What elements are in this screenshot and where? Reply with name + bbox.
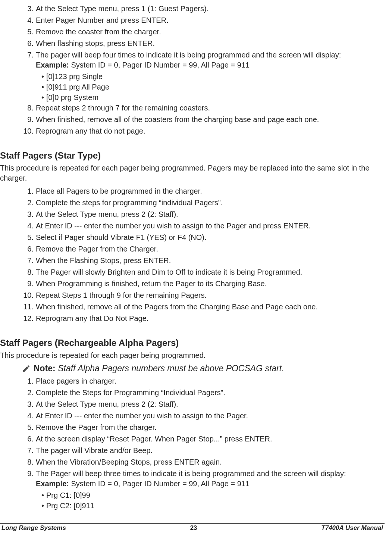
list-item: 3. At the Select Type menu, press 1 (1: … [0, 4, 385, 14]
list-text: Repeat steps 2 through 7 for the remaini… [36, 103, 385, 113]
list-text: When finished, remove all of the Pagers … [36, 302, 385, 312]
list-number: 2. [0, 388, 36, 398]
bullet-item: • [0]911 prg All Page [0, 82, 385, 92]
bullet-marker: • [0, 82, 46, 92]
list-text: When flashing stops, press ENTER. [36, 38, 385, 49]
bullet-text: [0]911 prg All Page [46, 82, 109, 92]
example-text: System ID = 0, Pager ID Number = 99, All… [69, 480, 250, 488]
list-item: 8. Repeat steps 2 through 7 for the rema… [0, 103, 385, 113]
list-number: 4. [0, 15, 36, 25]
step-7-text: The pager will beep four times to indica… [36, 51, 341, 59]
list-number: 9. [0, 115, 36, 125]
list-number: 6. [0, 434, 36, 444]
example-text: System ID = 0, Pager ID Number = 99, All… [69, 61, 250, 69]
footer-page-number: 23 [190, 524, 197, 532]
list-text: At the Select Type menu, press 1 (1: Gue… [36, 4, 385, 14]
bullet-item: • [0]123 prg Single [0, 72, 385, 81]
example-label: Example: [36, 480, 69, 488]
list-number: 4. [0, 411, 36, 421]
list-text: Select if Pager should Vibrate F1 (YES) … [36, 232, 385, 243]
list-number: 4. [0, 221, 36, 231]
list-text: When finished, remove all of the coaster… [36, 115, 385, 125]
list-text: Reprogram any that do not page. [36, 126, 385, 136]
list-number: 9. [0, 279, 36, 289]
list-number: 10. [0, 290, 36, 300]
note-label: Note: [34, 363, 56, 373]
list-number: 6. [0, 38, 36, 49]
list-item: 2.Complete the Steps for Programming “In… [0, 388, 385, 398]
bullet-item: • Prg C2: [0]911 [0, 501, 385, 510]
list-number: 3. [0, 209, 36, 219]
list-number: 6. [0, 244, 36, 254]
list-text: Enter Pager Number and press ENTER. [36, 15, 385, 25]
list-item: 4.At Enter ID --- enter the number you w… [0, 411, 385, 421]
bullet-text: [0]0 prg System [46, 93, 98, 102]
list-number: 5. [0, 232, 36, 243]
list-item: 1.Place pagers in charger. [0, 376, 385, 386]
list-number: 1. [0, 376, 36, 386]
list-number: 7. [0, 446, 36, 456]
list-number: 3. [0, 399, 36, 409]
bullet-marker: • [0, 72, 46, 81]
list-item: 3.At the Select Type menu, press 2 (2: S… [0, 209, 385, 219]
intro-text: This procedure is repeated for each page… [0, 163, 385, 183]
list-item: 2.Complete the steps for programming “in… [0, 198, 385, 208]
bullet-marker: • [0, 93, 46, 102]
note-body: Staff Alpha Pagers numbers must be above… [56, 363, 284, 373]
list-item: 12.Reprogram any that Do Not Page. [0, 313, 385, 324]
list-number: 12. [0, 313, 36, 324]
list-item: 3.At the Select Type menu, press 2 (2: S… [0, 399, 385, 409]
footer-left: Long Range Systems [1, 524, 66, 532]
list-number: 11. [0, 302, 36, 312]
list-text: The Pager will slowly Brighten and Dim t… [36, 267, 385, 277]
list-item: 7.The pager will Vibrate and/or Beep. [0, 446, 385, 456]
bullet-item: • [0]0 prg System [0, 93, 385, 102]
list-item: 10.Repeat Steps 1 through 9 for the rema… [0, 290, 385, 300]
example-label: Example: [36, 61, 69, 69]
list-number: 5. [0, 27, 36, 37]
list-number: 10. [0, 126, 36, 136]
list-item: 9. When finished, remove all of the coas… [0, 115, 385, 125]
list-number: 9. [0, 469, 36, 479]
list-item: 4.At Enter ID --- enter the number you w… [0, 221, 385, 231]
bullet-text: Prg C2: [0]911 [46, 501, 94, 510]
list-text: Place all Pagers to be programmed in the… [36, 186, 385, 196]
list-item: 1.Place all Pagers to be programmed in t… [0, 186, 385, 196]
list-text: Remove the Pager from the Charger. [36, 244, 385, 254]
list-text: At the Select Type menu, press 2 (2: Sta… [36, 209, 385, 219]
list-text: Remove the coaster from the charger. [36, 27, 385, 37]
list-text: At the Select Type menu, press 2 (2: Sta… [36, 399, 385, 409]
list-number: 7. [0, 256, 36, 266]
list-text: Reprogram any that Do Not Page. [36, 313, 385, 324]
list-text: At Enter ID --- enter the number you wis… [36, 411, 385, 421]
list-item: 6. When flashing stops, press ENTER. [0, 38, 385, 49]
list-item: 7. The pager will beep four times to ind… [0, 50, 385, 70]
list-number: 7. [0, 50, 36, 60]
list-number: 8. [0, 457, 36, 467]
pencil-icon [22, 364, 32, 375]
list-item: 11.When finished, remove all of the Page… [0, 302, 385, 312]
list-text: At the screen display “Reset Pager. When… [36, 434, 385, 444]
list-number: 3. [0, 4, 36, 14]
page-footer: Long Range Systems 23 T7400A User Manual [0, 523, 385, 532]
list-item: 8.When the Vibration/Beeping Stops, pres… [0, 457, 385, 467]
bullet-text: [0]123 prg Single [46, 72, 103, 81]
note: Note: Staff Alpha Pagers numbers must be… [22, 363, 385, 375]
list-text: Repeat Steps 1 through 9 for the remaini… [36, 290, 385, 300]
bullet-marker: • [0, 501, 46, 510]
bullet-item: • Prg C1: [0]99 [0, 490, 385, 500]
list-item: 5.Remove the Pager from the charger. [0, 422, 385, 432]
list-text: The Pager will beep three times to indic… [36, 469, 385, 489]
list-text: At Enter ID --- enter the number you wis… [36, 221, 385, 231]
list-item: 6.Remove the Pager from the Charger. [0, 244, 385, 254]
list-text: Complete the Steps for Programming “Indi… [36, 388, 385, 398]
list-item: 9. The Pager will beep three times to in… [0, 469, 385, 489]
list-number: 8. [0, 103, 36, 113]
list-item: 10. Reprogram any that do not page. [0, 126, 385, 136]
list-text: When the Vibration/Beeping Stops, press … [36, 457, 385, 467]
list-text: The pager will beep four times to indica… [36, 50, 385, 70]
list-number: 1. [0, 186, 36, 196]
list-item: 4. Enter Pager Number and press ENTER. [0, 15, 385, 25]
heading-staff-star: Staff Pagers (Star Type) [0, 150, 385, 161]
intro-text: This procedure is repeated for each page… [0, 350, 385, 360]
